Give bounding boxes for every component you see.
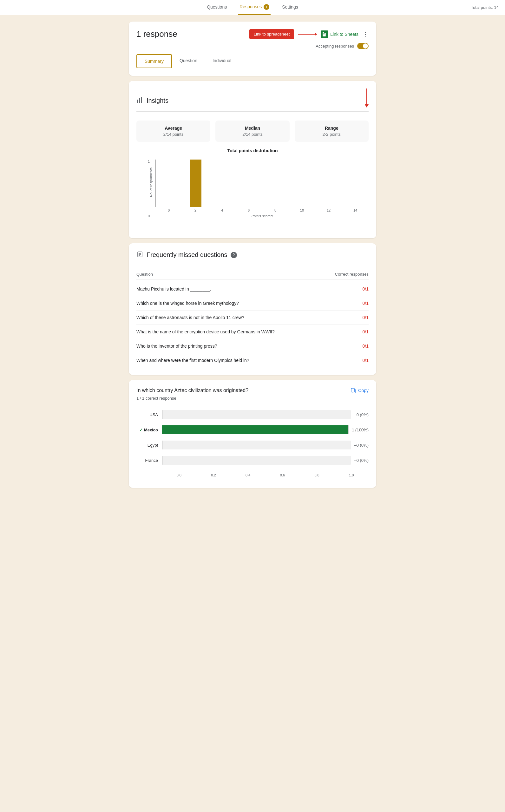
accepting-responses-row: Accepting responses — [136, 43, 369, 49]
fmq-table-header: Question Correct responses — [136, 269, 369, 279]
tab-question[interactable]: Question — [172, 54, 205, 68]
svg-rect-14 — [351, 388, 354, 392]
x-axis-title: Points scored — [155, 214, 369, 218]
svg-rect-6 — [137, 99, 138, 103]
fmq-score-4: 0/1 — [363, 344, 369, 349]
bar-fill-france — [162, 456, 162, 465]
bar-label-usa: USA — [136, 412, 162, 417]
insights-section: Average 2/14 points Median 2/14 points R… — [136, 112, 369, 231]
x-label-4: 4 — [209, 208, 235, 212]
stat-median: Median 2/14 points — [215, 121, 289, 142]
y-tick-0: 0 — [148, 214, 150, 218]
fmq-col-question: Question — [136, 272, 153, 276]
bar-value-usa: –0 (0%) — [354, 412, 369, 417]
bar-row-mexico: ✓ Mexico 1 (100%) — [136, 425, 369, 434]
bar-slot-10 — [289, 160, 315, 207]
question-text: In which country Aztec civilization was … — [136, 388, 248, 393]
bar-slot-6 — [236, 160, 262, 207]
fmq-row-4: Who is the inventor of the printing pres… — [136, 339, 369, 353]
y-tick-1: 1 — [148, 160, 150, 163]
x-tick-0.2: 0.2 — [196, 473, 231, 477]
bar-chart-icon — [136, 96, 143, 105]
insights-title: Insights — [147, 97, 168, 105]
svg-rect-8 — [141, 97, 142, 103]
fmq-row-0: Machu Picchu is located in ________. 0/1 — [136, 282, 369, 296]
fmq-question-0: Machu Picchu is located in ________. — [136, 286, 211, 291]
accepting-responses-toggle[interactable] — [357, 43, 369, 49]
bar-slot-12 — [315, 160, 342, 207]
copy-button[interactable]: Copy — [350, 388, 369, 393]
stat-average-value: 2/14 points — [142, 132, 205, 137]
svg-rect-5 — [324, 32, 326, 33]
fmq-icon — [136, 251, 143, 259]
main-content: 1 response Link to spreadsheet — [110, 15, 395, 499]
fmq-col-correct: Correct responses — [335, 272, 369, 276]
fmq-question-4: Who is the inventor of the printing pres… — [136, 344, 217, 349]
bar-slot-8 — [262, 160, 289, 207]
y-axis-label: No. of respondents — [149, 168, 153, 197]
link-to-sheets-button[interactable]: Link to Sheets — [321, 30, 358, 38]
fmq-row-1: Which one is the winged horse in Greek m… — [136, 296, 369, 311]
chart-title: Total points distribution — [136, 148, 369, 153]
fmq-score-1: 0/1 — [363, 301, 369, 306]
x-tick-0.6: 0.6 — [265, 473, 300, 477]
fmq-row-2: Which of these astronauts is not in the … — [136, 311, 369, 325]
bar-value-egypt: –0 (0%) — [354, 443, 369, 447]
fmq-score-5: 0/1 — [363, 358, 369, 363]
arrow-indicator — [298, 34, 317, 35]
fmq-row-5: When and where were the first modern Oly… — [136, 353, 369, 367]
x-label-14: 14 — [342, 208, 369, 212]
bar-slot-14 — [342, 160, 369, 207]
tab-individual[interactable]: Individual — [205, 54, 239, 68]
stat-range-label: Range — [300, 126, 363, 131]
arrow-line — [298, 34, 317, 35]
insights-arrow — [365, 88, 369, 108]
fmq-score-0: 0/1 — [363, 286, 369, 291]
tab-settings[interactable]: Settings — [281, 0, 300, 15]
bar-row-usa: USA –0 (0%) — [136, 410, 369, 419]
accepting-responses-label: Accepting responses — [316, 44, 354, 48]
chart-area: 1 0 — [155, 160, 369, 218]
bar-track-egypt — [162, 441, 351, 449]
help-icon[interactable]: ? — [230, 252, 237, 258]
question-card-header: In which country Aztec civilization was … — [136, 388, 369, 393]
nav-tabs: Questions Responses1 Settings — [205, 0, 300, 15]
tab-questions[interactable]: Questions — [205, 0, 228, 15]
tab-summary[interactable]: Summary — [136, 54, 172, 68]
x-label-12: 12 — [315, 208, 342, 212]
more-options-icon[interactable]: ⋮ — [362, 30, 369, 38]
link-spreadsheet-button[interactable]: Link to spreadsheet — [249, 29, 294, 39]
fmq-score-2: 0/1 — [363, 315, 369, 320]
x-label-6: 6 — [235, 208, 262, 212]
bar-fill-egypt — [162, 441, 162, 449]
fmq-table: Question Correct responses Machu Picchu … — [136, 269, 369, 367]
bar-fill-mexico — [162, 425, 349, 434]
bar-label-mexico: ✓ Mexico — [136, 428, 162, 432]
stat-median-label: Median — [220, 126, 284, 131]
stat-average-label: Average — [142, 126, 205, 131]
response-tab-row: Summary Question Individual — [136, 54, 369, 68]
aztec-question-card: In which country Aztec civilization was … — [129, 380, 376, 488]
x-label-10: 10 — [289, 208, 315, 212]
bar-row-egypt: Egypt –0 (0%) — [136, 441, 369, 449]
tab-responses[interactable]: Responses1 — [238, 0, 271, 15]
fmq-score-3: 0/1 — [363, 329, 369, 334]
bar-fill-usa — [162, 410, 162, 419]
horizontal-bar-chart: USA –0 (0%) ✓ Mexico 1 (100%) Egypt — [136, 407, 369, 480]
x-axis-labels: 0 2 4 6 8 10 12 14 — [155, 208, 369, 212]
bar-label-france: France — [136, 458, 162, 463]
bar-slot-2 — [182, 160, 209, 207]
insights-header: Insights — [136, 91, 168, 105]
stat-median-value: 2/14 points — [220, 132, 284, 137]
bar-track-mexico — [162, 425, 349, 434]
fmq-question-3: What is the name of the encryption devic… — [136, 329, 275, 334]
checkmark-icon: ✓ — [139, 428, 143, 432]
stats-row: Average 2/14 points Median 2/14 points R… — [136, 121, 369, 142]
stat-range-value: 2-2 points — [300, 132, 363, 137]
distribution-chart: No. of respondents 1 0 — [136, 160, 369, 231]
responses-card-header: 1 response Link to spreadsheet — [136, 29, 369, 39]
stat-range: Range 2-2 points — [295, 121, 369, 142]
bar-2 — [190, 160, 201, 207]
h-x-axis: 0.0 0.2 0.4 0.6 0.8 1.0 — [162, 471, 369, 477]
x-tick-0.4: 0.4 — [230, 473, 265, 477]
